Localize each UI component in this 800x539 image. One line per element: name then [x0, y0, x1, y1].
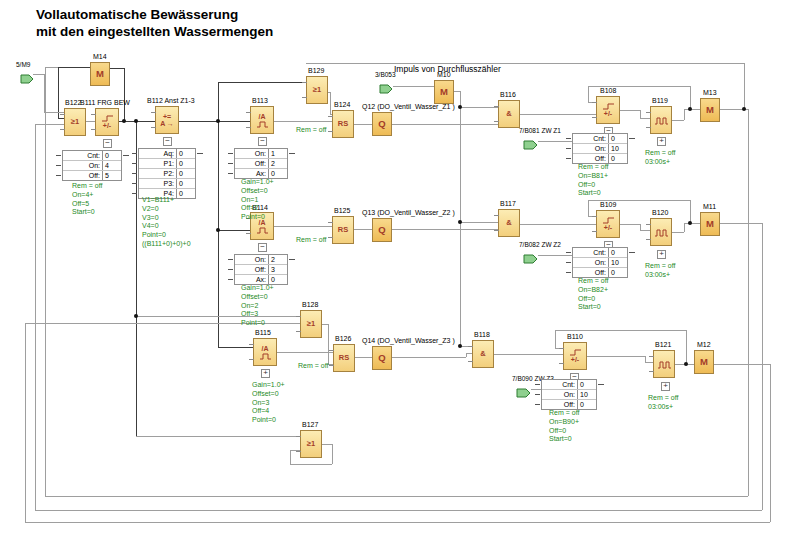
block-m12[interactable]: M12 M [694, 350, 714, 374]
green-note-line: Rem = off [645, 262, 675, 271]
output-icon: Q [372, 218, 392, 242]
wiping-relay-icon [650, 218, 672, 246]
wire-segment [290, 464, 332, 465]
block-b120[interactable]: B120 [650, 218, 672, 246]
green-note-line: 03:00s+ [645, 271, 675, 280]
block-m10[interactable]: M10 M [434, 80, 454, 104]
wire-segment [684, 109, 700, 110]
block-b118[interactable]: B118 & [472, 340, 494, 368]
green-notes-b113: Gain=1.0+Offset=0On=1Off=2Point=0 [241, 178, 274, 222]
param-value: 0 [176, 159, 195, 168]
param-value: 0 [577, 380, 596, 389]
block-b128[interactable]: B128 ≥1 [300, 310, 322, 338]
wire-segment [640, 110, 641, 118]
block-label: M14 [93, 53, 107, 61]
green-note-line: Start=0 [549, 435, 579, 444]
rem-note: Rem = off [298, 362, 328, 369]
junction-dot [216, 228, 220, 232]
param-row: P3:0 [139, 178, 195, 188]
expand-toggle[interactable]: + [661, 382, 670, 391]
param-value: 10 [577, 390, 596, 399]
block-b117[interactable]: B117 & [498, 209, 520, 237]
wire-segment [531, 389, 541, 390]
block-q12[interactable]: Q12 (DO_Ventil_Wasser_Z1 ) Q [372, 112, 392, 136]
block-b127[interactable]: B127 ≥1 [300, 430, 322, 458]
rs-latch-icon: RS [332, 110, 354, 138]
green-note-line: Off=0 [578, 295, 608, 304]
block-q13[interactable]: Q13 (DO_Ventil_Wasser_Z2 ) Q [372, 218, 392, 242]
double-pulse-icon [654, 116, 669, 125]
param-label: Ax: [235, 275, 268, 284]
rem-note: Rem = off [296, 126, 326, 133]
param-row: P1:0 [139, 158, 195, 168]
param-table-b110: Cnt:0On:10Off:0 [541, 379, 597, 410]
block-b124[interactable]: B124 RS [332, 110, 354, 138]
block-b109[interactable]: B109 +/- [596, 210, 620, 238]
block-b129[interactable]: B129 ≥1 [306, 76, 328, 104]
param-row: Cnt:0 [542, 380, 596, 389]
wire-segment [136, 436, 300, 437]
param-label: Off: [573, 154, 608, 163]
wire-segment [620, 224, 640, 225]
block-label: M11 [703, 203, 716, 211]
block-label: B113 [252, 97, 268, 105]
marker-flag-icon: M [700, 98, 720, 122]
block-b113[interactable]: B113 /A [250, 106, 274, 134]
block-m11[interactable]: M11 M [700, 212, 720, 236]
expand-toggle[interactable]: + [657, 137, 666, 146]
block-b126[interactable]: B126 RS [333, 344, 355, 372]
block-b122[interactable]: B122 ≥1 [64, 108, 86, 136]
block-b121[interactable]: B121 [653, 350, 675, 378]
analog-threshold-icon: /A [250, 106, 274, 134]
connector-flag-icon [523, 254, 538, 264]
block-b108[interactable]: B108 +/- [596, 96, 620, 124]
junction-dot [684, 362, 688, 366]
param-row: Ax:0 [235, 274, 287, 284]
param-value: 3 [268, 265, 287, 274]
block-label: M12 [697, 341, 711, 349]
expand-toggle[interactable]: + [261, 369, 270, 378]
param-row: P2:0 [139, 168, 195, 178]
collapse-toggle[interactable]: − [258, 243, 267, 252]
wire-segment [686, 330, 687, 364]
param-label: On: [542, 390, 577, 399]
green-notes-b120: Rem = off03:00s+ [645, 262, 675, 280]
connector-7b090[interactable]: 7/B090 ZW Z3 [516, 384, 531, 402]
connector-7b081[interactable]: 7/B081 ZW Z1 [523, 136, 538, 154]
diagram-canvas: Vollautomatische Bewässerung mit den ein… [0, 0, 800, 539]
block-b115[interactable]: B115 /A [253, 338, 277, 366]
wire-segment [354, 229, 372, 230]
block-b111[interactable]: B111 FRG BEW +/- [95, 108, 119, 136]
wire-segment [672, 232, 684, 233]
wire-segment [277, 352, 333, 353]
rs-latch-icon: RS [332, 216, 354, 244]
junction-dot [458, 220, 462, 224]
collapse-toggle[interactable]: − [163, 137, 172, 146]
wire-segment [330, 92, 331, 114]
connector-5m9[interactable]: 5/M9 [20, 70, 34, 88]
green-note-line: Gain=1.0+ [252, 381, 285, 390]
block-b119[interactable]: B119 [650, 106, 672, 134]
param-row: Off:3 [235, 264, 287, 274]
connector-3b053[interactable]: 3/B053 [379, 80, 393, 98]
block-b110[interactable]: B110 +/- [563, 342, 587, 370]
green-note-line: Rem = off [645, 149, 675, 158]
param-value: 0 [608, 134, 627, 143]
block-b116[interactable]: B116 & [498, 100, 520, 128]
block-b112[interactable]: B112 Anst Z1-3 += A → [155, 106, 179, 134]
param-label: Cnt: [63, 151, 102, 160]
block-m14[interactable]: M14 M [90, 62, 110, 86]
expand-toggle[interactable]: + [657, 250, 666, 259]
block-label: B126 [335, 335, 351, 343]
connector-label: 7/B081 ZW Z1 [519, 127, 561, 134]
green-notes-b114: Gain=1.0+Offset=0On=2Off=3Point=0 [241, 284, 274, 328]
block-b125[interactable]: B125 RS [332, 216, 354, 244]
connector-7b082[interactable]: 7/B082 ZW Z2 [523, 250, 538, 268]
block-q14[interactable]: Q14 (DO_Ventil_Wasser_Z3 ) Q [372, 346, 392, 370]
collapse-toggle[interactable]: − [103, 139, 112, 148]
block-m13[interactable]: M13 M [700, 98, 720, 122]
wiping-relay-icon [650, 106, 672, 134]
wire-segment [460, 91, 461, 346]
collapse-toggle[interactable]: − [258, 137, 267, 146]
wire-segment [538, 141, 572, 142]
